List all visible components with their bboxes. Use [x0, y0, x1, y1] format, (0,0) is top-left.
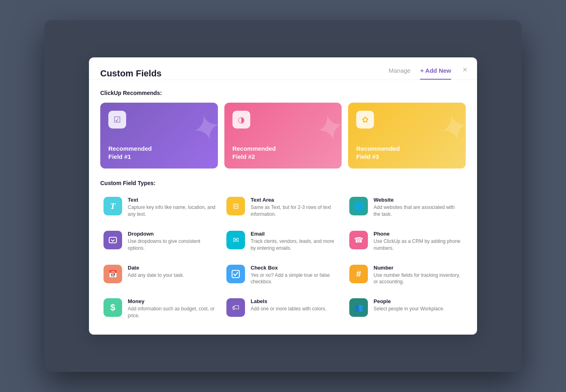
svg-rect-0	[109, 237, 116, 243]
field-type-website[interactable]: 🌐 Website Add websites that are associat…	[346, 193, 466, 222]
labels-description: Add one or more lables with colors.	[251, 306, 326, 312]
recommended-card-2[interactable]: ◑ ✦ RecommendedField #2	[224, 103, 342, 169]
field-type-labels[interactable]: 🏷 Labels Add one or more lables with col…	[223, 294, 343, 323]
number-name: Number	[374, 265, 463, 271]
textarea-icon: ⊟	[226, 197, 245, 215]
recommended-card-1[interactable]: ☑ ✦ RecommendedField #1	[100, 103, 218, 169]
rec-card-2-label: RecommendedField #2	[232, 145, 334, 160]
modal-tabs: Manage + Add New	[389, 67, 451, 80]
field-type-text[interactable]: T Text Capture key info like name, locat…	[100, 193, 220, 222]
number-description: Use number fields for tracking inventory…	[374, 272, 463, 286]
text-icon: T	[103, 197, 122, 215]
checkbox-description: Yes or no? Add a simple true or false ch…	[251, 272, 340, 286]
custom-fields-modal: Custom Fields Manage + Add New × ClickUp…	[89, 57, 477, 334]
modal-body: ClickUp Recommends: ☑ ✦ RecommendedField…	[89, 80, 477, 334]
email-icon: ✉	[226, 231, 245, 249]
text-description: Capture key info like name, location, an…	[128, 204, 217, 218]
people-description: Select people in your Workplace.	[374, 306, 444, 312]
phone-name: Phone	[374, 231, 463, 237]
field-type-date[interactable]: 📅 Date Add any date to your task.	[100, 261, 220, 290]
close-button[interactable]: ×	[463, 65, 467, 74]
rec-card-3-label: RecommendedField #3	[356, 145, 458, 160]
field-type-checkbox[interactable]: Check Box Yes or no? Add a simple true o…	[223, 261, 343, 290]
email-name: Email	[251, 231, 340, 237]
dropdown-icon	[103, 231, 122, 249]
recommended-grid: ☑ ✦ RecommendedField #1 ◑ ✦ RecommendedF…	[100, 103, 466, 169]
labels-name: Labels	[251, 298, 326, 304]
rec-card-1-label: RecommendedField #1	[108, 145, 210, 160]
dropdown-description: Use dropdowns to give consistent options…	[128, 238, 217, 252]
textarea-description: Same as Text, but for 2-3 rows of text i…	[251, 204, 340, 218]
checkbox-icon	[226, 265, 245, 283]
people-name: People	[374, 298, 444, 304]
field-type-email[interactable]: ✉ Email Track clents, vendors, leads, an…	[223, 227, 343, 256]
dropdown-name: Dropdown	[128, 231, 217, 237]
checkbox-name: Check Box	[251, 265, 340, 271]
screen-background: Custom Fields Manage + Add New × ClickUp…	[44, 20, 522, 372]
tab-manage[interactable]: Manage	[389, 67, 410, 80]
textarea-name: Text Area	[251, 197, 340, 203]
field-type-phone[interactable]: ☎ Phone Use ClickUp as a CRM by adding p…	[346, 227, 466, 256]
field-type-textarea[interactable]: ⊟ Text Area Same as Text, but for 2-3 ro…	[223, 193, 343, 222]
rec-card-3-icon: ✿	[356, 111, 374, 129]
website-name: Website	[374, 197, 463, 203]
money-icon: $	[103, 298, 122, 317]
date-name: Date	[128, 265, 184, 271]
recommended-section-title: ClickUp Recommends:	[100, 90, 466, 96]
website-icon: 🌐	[349, 197, 368, 215]
text-name: Text	[128, 197, 217, 203]
rec-card-2-icon: ◑	[232, 111, 250, 129]
number-icon: #	[349, 265, 368, 283]
svg-rect-1	[232, 270, 239, 278]
money-description: Add information such as budget, cost, or…	[128, 306, 217, 319]
money-name: Money	[128, 298, 217, 304]
modal-header: Custom Fields Manage + Add New ×	[89, 57, 477, 80]
people-icon: 👥	[349, 298, 368, 317]
labels-icon: 🏷	[226, 298, 245, 317]
recommended-card-3[interactable]: ✿ ✦ RecommendedField #3	[348, 103, 466, 169]
phone-description: Use ClickUp as a CRM by adding phone num…	[374, 238, 463, 252]
field-type-dropdown[interactable]: Dropdown Use dropdowns to give consisten…	[100, 227, 220, 256]
modal-title: Custom Fields	[100, 68, 162, 79]
phone-icon: ☎	[349, 231, 368, 249]
field-type-people[interactable]: 👥 People Select people in your Workplace…	[346, 294, 466, 323]
tab-add-new[interactable]: + Add New	[420, 67, 451, 80]
field-type-number[interactable]: # Number Use number fields for tracking …	[346, 261, 466, 290]
email-description: Track clents, vendors, leads, and more b…	[251, 238, 340, 252]
website-description: Add websites that are associated with th…	[374, 204, 463, 218]
rec-card-1-icon: ☑	[108, 111, 126, 129]
date-icon: 📅	[103, 265, 122, 283]
date-description: Add any date to your task.	[128, 272, 184, 279]
field-types-grid: T Text Capture key info like name, locat…	[100, 193, 466, 323]
field-type-money[interactable]: $ Money Add information such as budget, …	[100, 294, 220, 323]
field-types-section-title: Custom Field Types:	[100, 180, 466, 186]
